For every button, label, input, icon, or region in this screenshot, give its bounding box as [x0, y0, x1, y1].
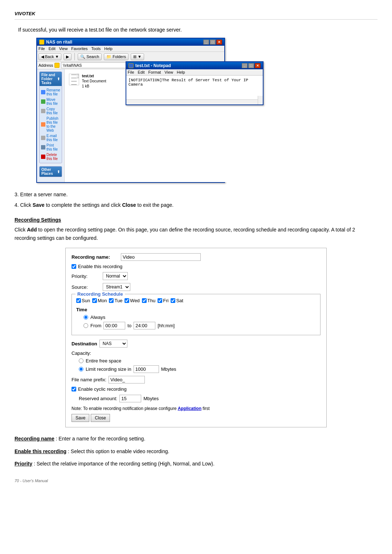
- from-input[interactable]: [103, 322, 125, 329]
- notepad-menu-file[interactable]: File: [128, 70, 134, 74]
- menu-view[interactable]: View: [59, 46, 68, 51]
- move-label: Move this file: [46, 98, 60, 106]
- notepad-menu-view[interactable]: View: [164, 70, 173, 74]
- publish-label: Publish this file to the Web: [46, 116, 60, 132]
- copy-task[interactable]: Copy this file: [41, 106, 60, 116]
- notepad-menu-help[interactable]: Help: [177, 70, 185, 74]
- file-size: 1 kB: [82, 84, 106, 89]
- limit-size-row: Limit recording size in Mbytes: [79, 365, 320, 373]
- def-enable-recording-desc: : Select this option to enable video rec…: [68, 448, 169, 454]
- from-radio[interactable]: [83, 323, 88, 328]
- move-task[interactable]: Move this file: [41, 97, 60, 106]
- tasks-panel-header: File and Folder Tasks ⬆: [40, 72, 62, 86]
- explorer-sidebar: File and Folder Tasks ⬆ Rename this file…: [37, 69, 65, 182]
- search-icon: 🔍: [80, 54, 85, 59]
- titlebar-left: NAS on ritall: [39, 40, 72, 45]
- notepad-minimize[interactable]: _: [242, 63, 248, 68]
- maximize-button[interactable]: □: [210, 40, 216, 45]
- file-prefix-row: File name prefix:: [72, 376, 320, 383]
- notepad-titlebar: test.txt - Notepad _ □ ✕: [126, 62, 263, 69]
- menu-tools[interactable]: Tools: [91, 46, 101, 51]
- print-icon: [41, 145, 45, 149]
- notepad-title: test.txt - Notepad: [135, 63, 171, 68]
- back-label: Back: [45, 54, 54, 59]
- menu-help[interactable]: Help: [104, 46, 113, 51]
- sat-checkbox[interactable]: [171, 298, 175, 303]
- schedule-box: Recording Schedule Sun Mon Tue Wed: [72, 294, 320, 335]
- other-places-collapse-icon[interactable]: ⬆: [57, 170, 60, 174]
- capacity-label: Capacity:: [72, 350, 320, 356]
- notepad-body: [NOTIFICATION]The Result of Server Test …: [126, 75, 263, 104]
- cyclic-recording-checkbox[interactable]: [72, 387, 76, 391]
- forward-button[interactable]: ▶: [64, 53, 72, 60]
- views-arrow: ▼: [138, 54, 142, 59]
- print-task[interactable]: Print this file: [41, 143, 60, 152]
- to-input[interactable]: [134, 322, 155, 329]
- enable-recording-checkbox[interactable]: [72, 264, 76, 269]
- other-places-title: Other Places: [41, 168, 57, 176]
- form-buttons: Save Close: [72, 414, 320, 422]
- views-button[interactable]: ⊞ ▼: [131, 53, 144, 60]
- application-link[interactable]: Application: [178, 406, 201, 411]
- rename-task[interactable]: Rename this file: [41, 87, 60, 97]
- notepad-hscrollbar[interactable]: [126, 99, 258, 104]
- always-label: Always: [90, 315, 105, 320]
- reserved-input[interactable]: [119, 395, 141, 402]
- folders-button[interactable]: 📁 Folders: [104, 53, 128, 60]
- enable-recording-row: Enable this recording: [72, 264, 320, 269]
- steps-section: 3. Enter a server name. 4. Click Save to…: [15, 190, 377, 210]
- tasks-collapse-icon[interactable]: ⬆: [57, 77, 60, 81]
- menu-edit[interactable]: Edit: [49, 46, 56, 51]
- always-radio[interactable]: [83, 315, 88, 320]
- delete-task[interactable]: Delete this file: [41, 152, 60, 161]
- time-section: Time Always From to [hh:mm]: [76, 307, 316, 329]
- priority-select[interactable]: Normal High Low: [103, 272, 128, 280]
- notepad-menu-edit[interactable]: Edit: [138, 70, 145, 74]
- day-tue: Tue: [109, 298, 122, 303]
- email-task[interactable]: E-mail this file: [41, 133, 60, 143]
- close-button[interactable]: Close: [91, 414, 110, 422]
- tue-checkbox[interactable]: [109, 298, 114, 303]
- limit-value-input[interactable]: [134, 365, 159, 373]
- cyclic-recording-row: Enable cyclic recording: [72, 386, 320, 392]
- notepad-controls[interactable]: _ □ ✕: [242, 63, 261, 68]
- day-fri: Fri: [158, 298, 168, 303]
- explorer-window: NAS on ritall _ □ ✕ File Edit View Favor…: [36, 38, 225, 183]
- publish-task[interactable]: Publish this file to the Web: [41, 116, 60, 133]
- sun-checkbox[interactable]: [76, 298, 81, 303]
- thu-checkbox[interactable]: [142, 298, 147, 303]
- back-button[interactable]: ◀ Back ▼: [38, 53, 61, 60]
- toolbar-separator: [74, 53, 75, 60]
- source-select[interactable]: Stream1 Stream2: [103, 283, 130, 291]
- priority-row: Priority: Normal High Low: [72, 272, 320, 280]
- file-prefix-input[interactable]: [109, 376, 145, 383]
- limit-size-radio[interactable]: [79, 367, 83, 372]
- wed-checkbox[interactable]: [124, 298, 129, 303]
- fri-checkbox[interactable]: [158, 298, 162, 303]
- reserved-amount-row: Reserved amount: Mbytes: [79, 395, 320, 402]
- menu-file[interactable]: File: [38, 46, 45, 51]
- notepad-scrollbar[interactable]: [258, 96, 263, 104]
- schedule-legend: Recording Schedule: [75, 291, 125, 297]
- notepad-close[interactable]: ✕: [255, 63, 261, 68]
- entire-free-label: Entire free space: [86, 358, 121, 364]
- notepad-titlebar-left: test.txt - Notepad: [128, 63, 171, 68]
- step-4: 4. Click Save to complete the settings a…: [15, 201, 377, 210]
- search-button[interactable]: 🔍 Search: [78, 53, 102, 60]
- mbytes-label: Mbytes: [161, 366, 176, 372]
- source-label: Source:: [72, 284, 101, 290]
- destination-select[interactable]: NAS SD Card: [99, 340, 127, 348]
- window-controls[interactable]: _ □ ✕: [203, 40, 222, 45]
- def-priority: Priority : Select the relative importanc…: [15, 460, 377, 468]
- minimize-button[interactable]: _: [203, 40, 209, 45]
- recording-name-input[interactable]: [121, 253, 201, 261]
- menu-favorites[interactable]: Favorites: [71, 46, 87, 51]
- definitions-section: Recording name : Enter a name for the re…: [15, 435, 377, 468]
- save-button[interactable]: Save: [72, 414, 89, 422]
- mon-checkbox[interactable]: [92, 298, 97, 303]
- email-label: E-mail this file: [46, 134, 60, 142]
- close-button[interactable]: ✕: [216, 40, 222, 45]
- notepad-menu-format[interactable]: Format: [148, 70, 161, 74]
- entire-free-radio[interactable]: [79, 358, 83, 363]
- notepad-maximize[interactable]: □: [248, 63, 254, 68]
